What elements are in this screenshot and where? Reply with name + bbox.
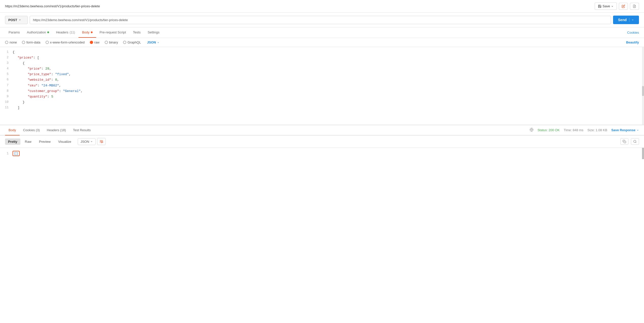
tab-headers-label: Headers	[56, 30, 68, 34]
tab-settings[interactable]: Settings	[144, 27, 163, 38]
radio-binary[interactable]: binary	[105, 40, 118, 44]
json-dropdown[interactable]: JSON	[147, 40, 159, 44]
response-json-dropdown[interactable]: JSON	[78, 138, 96, 145]
method-select[interactable]: POST	[5, 16, 28, 24]
response-line-content-1: []	[13, 151, 20, 156]
json-chevron-icon	[157, 41, 159, 44]
authorization-dot	[47, 31, 49, 33]
editor-scrollbar[interactable]	[642, 47, 644, 125]
radio-raw-label: raw	[94, 40, 100, 44]
document-icon	[633, 5, 636, 8]
tab-pre-request[interactable]: Pre-request Script	[96, 27, 130, 38]
body-type-bar: none form-data x-www-form-urlencoded raw…	[0, 38, 644, 47]
code-line-5: 5 "price_type": "fixed",	[0, 72, 644, 77]
code-line-3: 3 {	[0, 61, 644, 66]
code-line-2: 2 "prices": [	[0, 55, 644, 61]
response-tabs-bar: Body Cookies (3) Headers (18) Test Resul…	[0, 125, 644, 135]
save-button[interactable]: Save	[595, 3, 617, 10]
body-dot	[91, 31, 93, 33]
code-line-11: 11 ]	[0, 105, 644, 111]
code-line-10: 10 }	[0, 100, 644, 105]
response-body-container: 1 []	[0, 148, 644, 159]
radio-urlencoded-label: x-www-form-urlencoded	[50, 40, 85, 44]
code-line-4: 4 "price": 29,	[0, 66, 644, 72]
radio-binary-circle	[105, 41, 108, 44]
url-input[interactable]	[30, 16, 611, 24]
format-tab-visualize[interactable]: Visualize	[55, 139, 74, 145]
headers-count: (11)	[70, 31, 75, 34]
top-bar-url: https://m23demo.beehexa.com/rest/V1/prod…	[5, 4, 100, 8]
code-line-8: 8 "customer_group": "General",	[0, 88, 644, 94]
response-tab-headers-label: Headers (18)	[47, 128, 66, 132]
format-tab-preview[interactable]: Preview	[36, 139, 54, 145]
line-num-11: 11	[3, 105, 13, 110]
cookies-link[interactable]: Cookies	[627, 31, 639, 34]
json-dropdown-label: JSON	[147, 40, 156, 44]
radio-form-data[interactable]: form-data	[22, 40, 41, 44]
line-content-2: "prices": [	[13, 55, 641, 61]
edit-icon	[622, 5, 625, 8]
response-tab-test-results[interactable]: Test Results	[69, 125, 94, 135]
copy-response-button[interactable]	[620, 138, 628, 145]
tab-tests[interactable]: Tests	[130, 27, 144, 38]
line-content-10: }	[13, 100, 641, 105]
radio-graphql-label: GraphQL	[128, 40, 141, 44]
format-tab-preview-label: Preview	[39, 140, 51, 144]
response-body[interactable]: 1 []	[0, 148, 644, 159]
method-chevron-icon	[19, 19, 21, 21]
line-content-9: "quantity": 5	[13, 94, 641, 100]
format-tab-raw[interactable]: Raw	[22, 139, 34, 145]
status-text: Status: 200 OK	[538, 128, 560, 132]
response-tab-body-label: Body	[9, 128, 16, 132]
tab-params[interactable]: Params	[5, 27, 23, 38]
save-response-button[interactable]: Save Response	[611, 128, 639, 132]
line-num-2: 2	[3, 55, 13, 60]
svg-line-8	[636, 142, 636, 143]
radio-raw[interactable]: raw	[90, 40, 100, 44]
radio-graphql[interactable]: GraphQL	[123, 40, 141, 44]
line-num-4: 4	[3, 66, 13, 71]
tab-settings-label: Settings	[148, 30, 159, 34]
response-size: Size: 1.08 KB	[587, 128, 607, 132]
send-chevron-icon	[631, 19, 634, 21]
response-tab-headers[interactable]: Headers (18)	[43, 125, 69, 135]
response-tab-body[interactable]: Body	[5, 125, 20, 135]
top-bar: https://m23demo.beehexa.com/rest/V1/prod…	[0, 0, 644, 13]
response-status-bar: Status: 200 OK Time: 848 ms Size: 1.08 K…	[530, 128, 639, 132]
tab-authorization-label: Authorization	[27, 30, 46, 34]
tab-body-label: Body	[82, 30, 90, 34]
line-content-11: ]	[13, 105, 641, 111]
search-response-button[interactable]	[631, 138, 639, 145]
beautify-button[interactable]: Beautify	[626, 40, 639, 44]
line-num-3: 3	[3, 61, 13, 66]
globe-icon	[530, 128, 534, 132]
svg-rect-6	[624, 141, 626, 143]
radio-binary-label: binary	[109, 40, 118, 44]
response-tab-test-results-label: Test Results	[73, 128, 91, 132]
response-format-bar: Pretty Raw Preview Visualize JSON	[0, 135, 644, 148]
tab-authorization[interactable]: Authorization	[23, 27, 53, 38]
line-content-6: "website_id": 0,	[13, 77, 641, 83]
tab-headers[interactable]: Headers (11)	[53, 27, 78, 38]
line-num-8: 8	[3, 88, 13, 94]
tab-body[interactable]: Body	[78, 27, 96, 38]
send-chevron	[629, 18, 634, 22]
response-json-chevron-icon	[90, 140, 93, 143]
code-editor[interactable]: 1 { 2 "prices": [ 3 { 4 "price": 29, 5 "…	[0, 47, 644, 125]
line-content-3: {	[13, 61, 641, 66]
radio-none[interactable]: none	[5, 40, 17, 44]
radio-urlencoded[interactable]: x-www-form-urlencoded	[46, 40, 85, 44]
wrap-button[interactable]	[97, 138, 106, 145]
send-button[interactable]: Send	[613, 16, 639, 24]
format-tab-pretty[interactable]: Pretty	[5, 139, 20, 145]
save-label: Save	[602, 4, 610, 8]
document-button[interactable]	[630, 3, 639, 10]
save-icon	[598, 5, 601, 8]
edit-button[interactable]	[619, 3, 628, 10]
line-num-9: 9	[3, 94, 13, 99]
response-scrollbar[interactable]	[642, 148, 644, 159]
response-tab-cookies[interactable]: Cookies (3)	[20, 125, 43, 135]
response-json-label: JSON	[80, 140, 89, 144]
response-tab-cookies-label: Cookies (3)	[23, 128, 40, 132]
line-content-5: "price_type": "fixed",	[13, 72, 641, 77]
